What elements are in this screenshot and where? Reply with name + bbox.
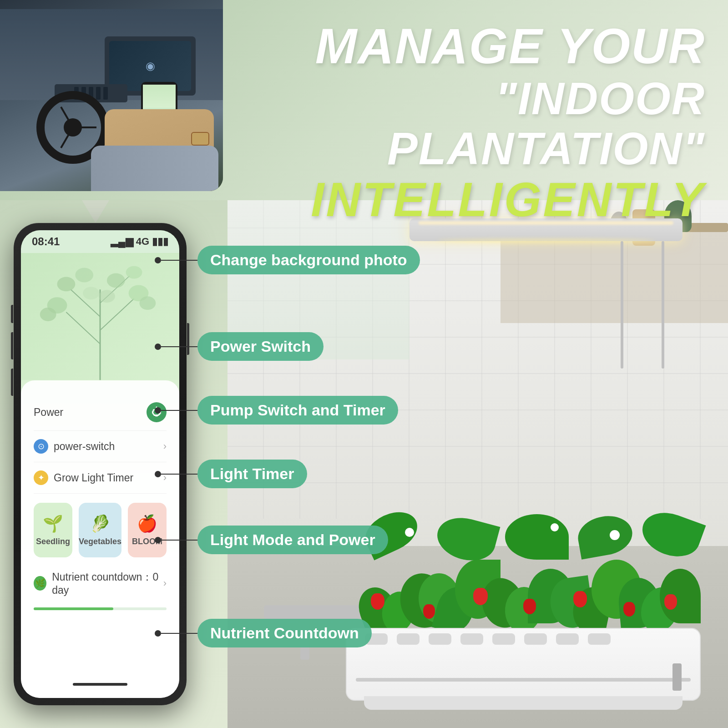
callout-nutrient: Nutrient Countdown xyxy=(155,619,372,647)
nutrient-row: 🌿 Nutrient countdown：0 day › xyxy=(34,562,167,605)
water-pump-row: ⊙ power-switch › xyxy=(34,431,167,462)
heading-line2: "INDOOR PLANTATION" xyxy=(228,73,705,173)
progress-bar-track xyxy=(34,607,167,610)
grow-light-icon: ✦ xyxy=(34,470,48,485)
power-label: Power xyxy=(34,406,63,419)
callout-line-light xyxy=(161,474,197,475)
home-indicator xyxy=(73,683,127,686)
callout-dot-light xyxy=(155,471,161,477)
svg-point-13 xyxy=(107,273,125,288)
svg-point-10 xyxy=(57,277,76,292)
callout-label-light-mode: Light Mode and Power xyxy=(197,526,388,554)
seedling-card[interactable]: 🌱 Seedling xyxy=(34,503,72,557)
seedling-label: Seedling xyxy=(36,537,70,546)
phone-button-volume-up xyxy=(11,332,13,359)
callout-pump-switch: Pump Switch and Timer xyxy=(155,396,398,425)
phone-button-silent xyxy=(11,305,13,323)
vegetable-icon: 🥬 xyxy=(90,514,111,533)
callout-label-change-background: Change background photo xyxy=(197,246,420,274)
callout-line-nutrient xyxy=(161,633,197,634)
light-rod-left xyxy=(621,241,623,369)
grow-light-row: ✦ Grow Light Timer › xyxy=(34,462,167,494)
light-cards-container: 🌱 Seedling 🥬 Vegetables 🍎 BLOOM xyxy=(34,494,167,562)
svg-point-15 xyxy=(99,290,115,303)
seedling-icon: 🌱 xyxy=(43,514,63,533)
callout-dot-bg xyxy=(155,257,161,263)
callout-light-mode: Light Mode and Power xyxy=(155,526,388,554)
phone-button-volume-down xyxy=(11,369,13,396)
signal-icon: ▂▄▆ xyxy=(111,236,133,248)
callout-dot-pump xyxy=(155,407,161,414)
callout-light-timer: Light Timer xyxy=(155,460,307,488)
callout-label-pump-switch: Pump Switch and Timer xyxy=(197,396,398,425)
callout-line-power xyxy=(161,346,197,347)
phone-bottom-bar xyxy=(21,671,179,698)
callout-label-power-switch: Power Switch xyxy=(197,332,324,361)
nutrient-icon: 🌿 xyxy=(34,576,46,591)
heading-line3: INTELLIGENTLY xyxy=(228,173,705,226)
svg-point-12 xyxy=(75,268,93,283)
callout-power-switch: Power Switch xyxy=(155,332,324,361)
nutrient-label: Nutrient countdown：0 day xyxy=(52,570,163,597)
water-pump-label: power-switch xyxy=(54,440,115,453)
callout-line-mode xyxy=(161,540,197,541)
car-image: ◉ xyxy=(0,0,223,191)
vegetable-card[interactable]: 🥬 Vegetables xyxy=(79,503,121,557)
light-rod-right xyxy=(662,241,664,369)
grow-light-label: Grow Light Timer xyxy=(54,472,133,484)
callout-dot-nutrient xyxy=(155,630,161,637)
network-icon: 4G xyxy=(136,236,149,248)
callout-label-nutrient: Nutrient Countdown xyxy=(197,619,372,647)
callout-line-pump xyxy=(161,410,197,411)
heading-line1: MANAGE YOUR xyxy=(228,18,705,73)
callout-change-background: Change background photo xyxy=(155,246,420,274)
progress-bar-fill xyxy=(34,607,113,610)
progress-bar-area xyxy=(34,607,167,610)
svg-point-7 xyxy=(40,308,56,321)
heading-area: MANAGE YOUR "INDOOR PLANTATION" INTELLIG… xyxy=(228,18,705,226)
water-pump-icon: ⊙ xyxy=(34,439,48,454)
nutrient-arrow[interactable]: › xyxy=(163,577,167,589)
svg-point-9 xyxy=(140,296,156,310)
status-time: 08:41 xyxy=(32,235,60,248)
callout-line-bg xyxy=(161,260,197,261)
callout-dot-mode xyxy=(155,537,161,543)
water-pump-arrow[interactable]: › xyxy=(163,440,167,452)
hydroponic-planter xyxy=(346,555,701,701)
callout-label-light-timer: Light Timer xyxy=(197,460,307,488)
svg-point-14 xyxy=(83,287,99,299)
svg-point-11 xyxy=(126,266,142,279)
power-row: Power ⏻ xyxy=(34,394,167,431)
vegetable-label: Vegetables xyxy=(79,537,121,546)
callout-dot-power xyxy=(155,344,161,350)
down-arrow xyxy=(82,200,109,223)
